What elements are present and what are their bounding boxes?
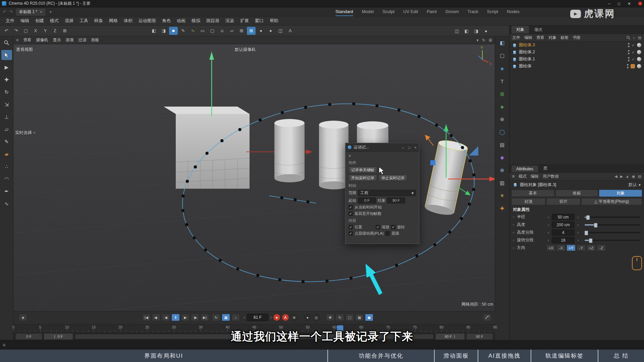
scale-tool[interactable]: ⇲ <box>1 100 12 110</box>
attr-tab-phong[interactable]: △ 平滑着色(Phong) <box>581 198 642 205</box>
key-box-button[interactable]: ▢ <box>345 314 354 321</box>
viewport-menu-item[interactable]: 过滤 <box>78 37 87 43</box>
attr-tab-object[interactable]: 对象 <box>599 190 642 197</box>
layout-tab-paint[interactable]: Paint <box>427 7 437 16</box>
attr-tab-basic[interactable]: 基本 <box>512 190 554 197</box>
layout-tab-uvedit[interactable]: UV Edit <box>403 7 418 16</box>
y-axis-lock-button[interactable]: Y <box>41 27 50 35</box>
quantize-grid-button[interactable]: ⊞ <box>237 27 246 35</box>
attributes-menu-icon[interactable]: ≡ <box>512 174 515 179</box>
layout-switch-icon[interactable]: ◧ <box>497 38 507 48</box>
camera-name-label[interactable]: 默认摄像机 <box>235 47 256 53</box>
tab-objects[interactable]: 对象 <box>512 26 529 34</box>
tweak-tool[interactable]: ▶ <box>1 62 12 72</box>
orientation-button-plus-x[interactable]: +X <box>546 245 555 251</box>
settings-gear-icon[interactable]: ⊛ <box>497 115 507 124</box>
phong-tag-icon[interactable] <box>637 50 641 54</box>
key-position-button[interactable]: ● <box>304 314 311 321</box>
height-slider[interactable] <box>585 224 641 226</box>
layout-tab-groom[interactable]: Groom <box>445 7 459 16</box>
key-grid-button[interactable]: ▦ <box>355 314 364 321</box>
deformer-button[interactable]: ∿ <box>189 27 197 35</box>
key-rotate-button[interactable]: ↻ <box>336 314 344 321</box>
menu-item[interactable]: 渲染 <box>222 16 237 25</box>
tab-takes[interactable]: 场次 <box>530 26 547 34</box>
range-mode-button[interactable]: ▦ <box>222 314 230 321</box>
spin-right-icon[interactable]: › <box>576 230 580 235</box>
spin-right-icon[interactable]: › <box>576 215 580 220</box>
spline-smooth-tool[interactable]: ∿ <box>1 199 12 209</box>
nav-section-ui[interactable]: 界面布局和UI <box>0 350 327 362</box>
phong-tag-icon[interactable] <box>637 64 641 68</box>
frame-icon[interactable]: ▢ <box>497 51 507 60</box>
nav-forward-icon[interactable]: ▶ <box>620 174 623 179</box>
simulate-button[interactable]: ● <box>257 27 265 35</box>
pause-button[interactable]: Ⅱ <box>171 314 180 321</box>
orientation-button-plus-z[interactable]: +Z <box>587 245 596 251</box>
menu-item[interactable]: 扩展 <box>237 16 252 25</box>
cube-object[interactable] <box>164 107 250 189</box>
clone-stack-icon[interactable]: ▤ <box>497 140 507 149</box>
object-manager-menu-item[interactable]: 标签 <box>560 35 569 41</box>
viewport-menu-item[interactable]: 摄像机 <box>36 37 48 43</box>
x-axis-lock-button[interactable]: X <box>31 27 40 35</box>
rotation-segments-field[interactable]: 16 <box>552 237 575 243</box>
spin-left-icon[interactable]: ‹ <box>546 223 550 227</box>
layout-tab-standard[interactable]: Standard <box>335 7 353 16</box>
stop-realtime-record-button[interactable]: 停止实时记录 <box>379 175 407 181</box>
menu-item[interactable]: 创建 <box>32 16 47 25</box>
fcurve-button[interactable] <box>483 314 491 321</box>
layout-tab-sculpt[interactable]: Sculpt <box>382 7 394 16</box>
height-segments-field[interactable]: 4 <box>552 229 575 236</box>
object-manager-menu-item[interactable]: 编辑 <box>524 35 532 41</box>
menu-item[interactable]: 编辑 <box>17 16 32 25</box>
spin-right-icon[interactable]: › <box>576 238 580 243</box>
object-manager-menu-item[interactable]: 文件 <box>512 35 520 41</box>
visibility-dots-icon[interactable] <box>628 50 630 54</box>
phong-tag-icon[interactable] <box>637 57 641 61</box>
align-to-spline-tag-icon[interactable] <box>631 64 635 68</box>
viewport-zoom-tool[interactable] <box>1 38 12 48</box>
menu-item[interactable]: 样条 <box>91 16 106 25</box>
enabled-check-icon[interactable]: ✓ <box>632 50 635 55</box>
nav-section-ai[interactable]: AI直接拖拽 <box>478 350 531 362</box>
move-tool[interactable]: ✚ <box>1 75 12 85</box>
menu-item[interactable]: 窗口 <box>252 16 267 25</box>
z-axis-lock-button[interactable]: Z <box>51 27 59 35</box>
rotate-tool[interactable]: ↻ <box>1 87 12 97</box>
orientation-button-minus-x[interactable]: -X <box>556 245 566 251</box>
pla-checkbox[interactable] <box>348 231 353 236</box>
panel-menu-icon[interactable]: ▤ <box>638 174 641 179</box>
selection-filter-button[interactable]: ▢ <box>21 27 30 35</box>
undo-button[interactable]: ↶ <box>2 27 11 35</box>
new-tab-button[interactable]: + <box>49 9 52 14</box>
jump-end-button[interactable]: ▶| <box>201 314 209 321</box>
enabled-check-icon[interactable]: ✓ <box>632 57 635 62</box>
spin-left-icon[interactable]: ‹ <box>546 230 550 235</box>
3d-viewport[interactable]: Y X 透视视图 默认摄像机 实时选择 ○ 网格间距 : 50 cm 运动记..… <box>13 44 495 311</box>
motion-recorder-dialog[interactable]: 运动记... – □ × ≡ 动作 记录单关键帧 开始实时记录 停止实时记录 时… <box>345 143 419 244</box>
spline-pen-button[interactable]: ✎ <box>179 27 187 35</box>
loop-button[interactable]: ↻ <box>212 314 220 321</box>
search-icon[interactable] <box>626 36 630 40</box>
object-manager-menu-item[interactable]: 书签 <box>573 35 581 41</box>
object-row[interactable]: 圆柱体.2 ✓ <box>509 49 644 56</box>
attr-tab-caps[interactable]: 封顶 <box>512 198 545 205</box>
stage-camera-button[interactable]: ◫ <box>276 27 285 35</box>
view-pin-icon[interactable]: ▾ <box>477 38 479 43</box>
phong-tag-icon[interactable] <box>637 43 641 47</box>
tab-attributes[interactable]: Attributes <box>512 166 538 172</box>
maximize-button[interactable]: □ <box>618 1 620 6</box>
interface-sphere-button[interactable]: ● <box>482 27 490 35</box>
layout-panel-button-2[interactable]: ◧ <box>462 27 471 35</box>
frame-spin-left[interactable]: ‹ <box>242 315 246 320</box>
cylinder-object-selected[interactable] <box>424 124 495 217</box>
prev-key-button[interactable]: ◀· <box>152 314 160 321</box>
jump-start-button[interactable]: |◀ <box>142 314 151 321</box>
object-row[interactable]: 圆柱体 <box>509 63 644 70</box>
takes-icon[interactable]: T <box>497 76 507 86</box>
nav-up-icon[interactable]: ▲ <box>626 174 629 178</box>
autokey-button[interactable]: A <box>282 314 289 321</box>
cylinder-object-1[interactable] <box>274 119 305 182</box>
dialog-maximize-button[interactable]: □ <box>408 145 411 149</box>
